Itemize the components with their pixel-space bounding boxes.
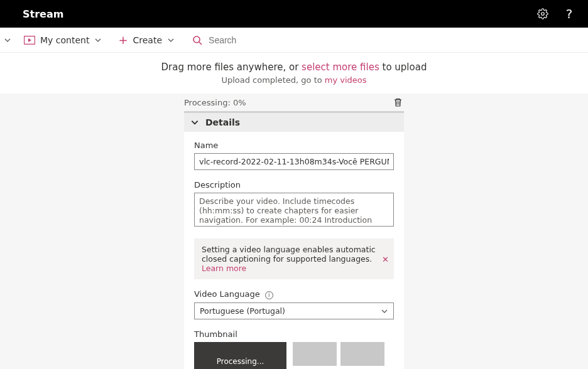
- settings-button[interactable]: [533, 4, 553, 24]
- processing-row: Processing: 0%: [184, 94, 404, 111]
- chevron-down-icon: [167, 36, 175, 44]
- info-icon[interactable]: i: [265, 291, 273, 299]
- details-accordion-header[interactable]: Details: [184, 113, 404, 132]
- chevron-down-icon: [94, 36, 102, 44]
- delete-upload-button[interactable]: [393, 97, 403, 107]
- description-input[interactable]: [194, 193, 394, 227]
- language-value: Portuguese (Portugal): [200, 306, 285, 316]
- upload-suffix: to upload: [379, 62, 427, 73]
- name-input[interactable]: [194, 153, 394, 170]
- language-label-text: Video Language: [194, 289, 260, 299]
- brand-title: Stream: [23, 8, 63, 20]
- chevron-down-icon: [4, 36, 11, 44]
- upload-instruction: Drag more files anywhere, or select more…: [0, 53, 588, 75]
- name-field: Name: [194, 141, 394, 170]
- dismiss-notice-button[interactable]: ✕: [382, 254, 389, 264]
- svg-point-0: [542, 13, 545, 16]
- trash-icon: [393, 97, 403, 107]
- plus-icon: +: [118, 35, 128, 46]
- search-area: [192, 35, 588, 45]
- language-field: Video Language i Portuguese (Portugal): [194, 289, 394, 319]
- upload-completed-prefix: Upload completed, go to: [221, 75, 324, 85]
- description-field: Description: [194, 180, 394, 228]
- upload-completed-row: Upload completed, go to my videos: [0, 75, 588, 94]
- upload-prefix: Drag more files anywhere, or: [161, 62, 302, 73]
- language-notice: Setting a video language enables automat…: [194, 238, 394, 279]
- upload-details-panel: Processing: 0% Details Name Description …: [184, 94, 404, 369]
- nav-prev-menu[interactable]: [1, 36, 14, 44]
- gear-icon: [537, 8, 548, 19]
- nav-create[interactable]: + Create: [112, 35, 181, 46]
- thumbnail-option[interactable]: [293, 342, 337, 366]
- thumbnail-row: Processing... 0% +: [194, 342, 394, 369]
- processing-label: Processing: 0%: [184, 98, 246, 107]
- name-label: Name: [194, 141, 394, 150]
- search-input[interactable]: [209, 35, 397, 45]
- details-title: Details: [205, 117, 240, 127]
- language-select[interactable]: Portuguese (Portugal): [194, 302, 394, 319]
- nav-my-content[interactable]: My content: [18, 35, 108, 45]
- chevron-down-icon: [381, 308, 388, 315]
- svg-point-2: [193, 36, 200, 43]
- search-icon: [192, 35, 202, 45]
- select-more-files-link[interactable]: select more files: [302, 62, 379, 73]
- thumbnail-label: Thumbnail: [194, 329, 394, 339]
- thumbnail-processing: Processing... 0%: [194, 342, 286, 369]
- thumbnail-option[interactable]: [340, 342, 384, 366]
- details-body: Name Description Setting a video languag…: [184, 132, 404, 369]
- description-label: Description: [194, 180, 394, 190]
- help-button[interactable]: ?: [559, 4, 579, 24]
- learn-more-link[interactable]: Learn more: [202, 264, 246, 273]
- thumb-processing-text: Processing...: [217, 357, 264, 366]
- thumbnail-field: Thumbnail Processing... 0% +: [194, 329, 394, 369]
- chevron-down-icon: [190, 118, 199, 127]
- language-notice-text: Setting a video language enables automat…: [202, 245, 376, 264]
- language-label: Video Language i: [194, 289, 394, 299]
- my-videos-link[interactable]: my videos: [325, 75, 367, 85]
- help-icon: ?: [566, 6, 573, 21]
- thumbnail-options: +: [293, 342, 384, 369]
- svg-line-3: [199, 42, 202, 45]
- app-header: Stream ?: [0, 0, 588, 28]
- page-area: Processing: 0% Details Name Description …: [0, 94, 588, 369]
- close-icon: ✕: [382, 254, 389, 264]
- nav-my-content-label: My content: [40, 35, 89, 45]
- nav-bar: My content + Create: [0, 28, 588, 53]
- play-video-icon: [24, 36, 35, 45]
- nav-create-label: Create: [133, 35, 163, 45]
